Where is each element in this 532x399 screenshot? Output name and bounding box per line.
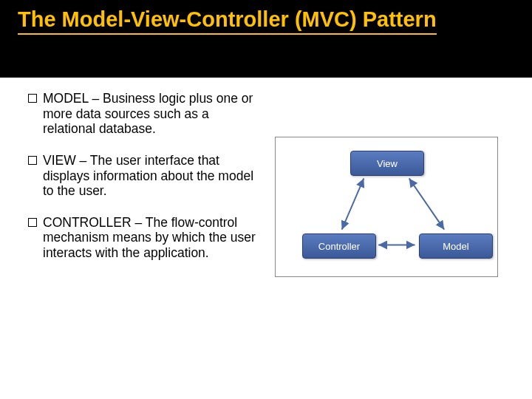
slide-title: The Model-View-Controller (MVC) Pattern <box>18 7 437 35</box>
checkbox-icon <box>28 218 37 227</box>
title-bar: The Model-View-Controller (MVC) Pattern <box>0 0 532 78</box>
checkbox-icon <box>28 156 37 165</box>
checkbox-icon <box>28 94 37 103</box>
svg-line-0 <box>342 178 364 229</box>
svg-line-1 <box>409 178 444 229</box>
list-item: VIEW – The user interface that displays … <box>28 153 265 199</box>
bullet-text: CONTROLLER – The flow-control mechanism … <box>43 215 265 261</box>
diagram-area: View Controller Model <box>275 91 517 277</box>
mvc-diagram: View Controller Model <box>275 137 498 277</box>
diagram-box-model: Model <box>419 233 493 259</box>
list-item: CONTROLLER – The flow-control mechanism … <box>28 215 265 261</box>
diagram-box-view: View <box>350 151 424 176</box>
content-area: MODEL – Business logic plus one or more … <box>0 78 532 277</box>
bullet-text: VIEW – The user interface that displays … <box>43 153 265 199</box>
bullet-text: MODEL – Business logic plus one or more … <box>43 91 265 137</box>
diagram-box-controller: Controller <box>302 233 376 259</box>
bullet-list: MODEL – Business logic plus one or more … <box>28 91 265 277</box>
list-item: MODEL – Business logic plus one or more … <box>28 91 265 137</box>
